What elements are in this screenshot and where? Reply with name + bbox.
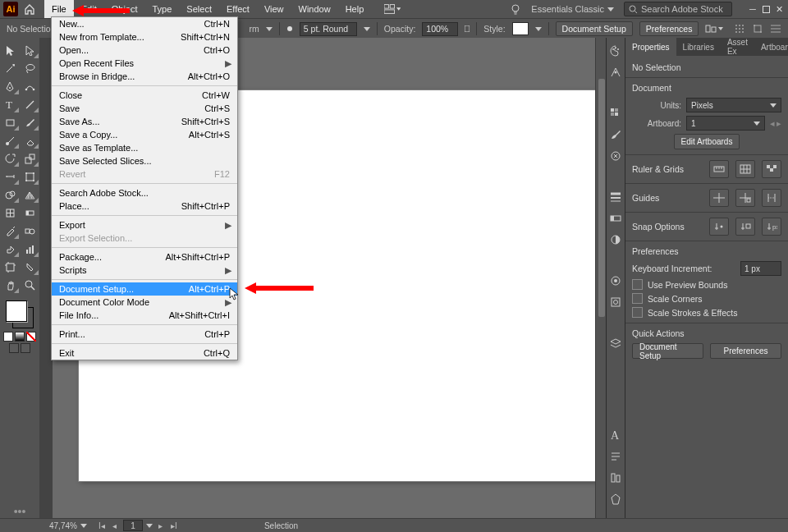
- tab-properties[interactable]: Properties: [625, 38, 676, 56]
- layers-panel-icon[interactable]: [609, 337, 622, 350]
- file-menu-item[interactable]: New...Ctrl+N: [52, 17, 237, 30]
- file-menu-item[interactable]: Document Color Mode▶: [52, 296, 237, 309]
- zoom-tool[interactable]: [20, 276, 39, 294]
- file-menu-item[interactable]: New from Template...Shift+Ctrl+N: [52, 30, 237, 44]
- file-menu-item[interactable]: Save As...Shift+Ctrl+S: [52, 115, 237, 128]
- nav-page-input[interactable]: 1: [123, 520, 143, 531]
- preview-bounds-checkbox[interactable]: [632, 279, 643, 290]
- home-icon[interactable]: [23, 2, 36, 16]
- pen-tool[interactable]: [0, 77, 20, 95]
- search-stock-input[interactable]: Search Adobe Stock: [624, 2, 732, 16]
- file-menu-item[interactable]: Export▶: [52, 218, 237, 232]
- grid-toggle[interactable]: [735, 160, 755, 178]
- symbol-sprayer-tool[interactable]: [0, 240, 20, 258]
- paintbrush-tool[interactable]: [20, 113, 39, 131]
- blend-tool[interactable]: [20, 222, 39, 240]
- status-mode[interactable]: Selection: [264, 521, 298, 530]
- transform-panel-icon[interactable]: [609, 493, 622, 506]
- file-menu-item[interactable]: Save Selected Slices...: [52, 154, 237, 167]
- maximize-button[interactable]: [760, 3, 772, 15]
- file-menu-item[interactable]: Document Setup...Alt+Ctrl+P: [52, 282, 237, 296]
- file-menu-item[interactable]: File Info...Alt+Shift+Ctrl+I: [52, 309, 237, 322]
- artboard-dropdown[interactable]: 1: [686, 116, 765, 131]
- bulb-icon[interactable]: [510, 3, 521, 15]
- snap-pixel-toggle[interactable]: px: [762, 218, 781, 236]
- gradient-tool[interactable]: [20, 204, 39, 222]
- file-menu-item[interactable]: Package...Alt+Shift+Ctrl+P: [52, 250, 237, 264]
- curvature-tool[interactable]: [20, 77, 39, 95]
- style-swatch[interactable]: [512, 22, 529, 35]
- snap-grid-toggle[interactable]: [735, 218, 755, 236]
- lasso-tool[interactable]: [20, 59, 39, 77]
- eraser-tool[interactable]: [20, 131, 39, 149]
- menu-help[interactable]: Help: [338, 0, 372, 18]
- arrange-icon[interactable]: [384, 4, 401, 14]
- menu-effect[interactable]: Effect: [219, 0, 257, 18]
- appearance-panel-icon[interactable]: [609, 274, 622, 287]
- paragraph-panel-icon[interactable]: [609, 450, 622, 463]
- zoom-level[interactable]: 47,74%: [49, 521, 87, 530]
- color-guide-icon[interactable]: [609, 66, 622, 79]
- list-icon[interactable]: [770, 23, 781, 34]
- brushes-panel-icon[interactable]: [609, 128, 622, 141]
- shaper-tool[interactable]: [0, 131, 20, 149]
- snap-point-toggle[interactable]: [709, 218, 729, 236]
- scale-tool[interactable]: [20, 149, 39, 167]
- column-graph-tool[interactable]: [20, 240, 39, 258]
- ruler-toggle[interactable]: [709, 160, 729, 178]
- width-tool[interactable]: [0, 167, 20, 186]
- opacity-input[interactable]: 100%: [422, 22, 458, 36]
- file-menu-item[interactable]: SaveCtrl+S: [52, 102, 237, 115]
- line-tool[interactable]: [20, 95, 39, 113]
- stroke-panel-icon[interactable]: [609, 190, 622, 204]
- keyboard-increment-input[interactable]: 1 px: [740, 261, 781, 276]
- file-menu-item[interactable]: Open Recent Files▶: [52, 57, 237, 70]
- gradient-panel-icon[interactable]: [609, 212, 622, 225]
- shape-builder-tool[interactable]: [0, 186, 20, 204]
- preferences-button[interactable]: Preferences: [639, 21, 699, 36]
- fill-stroke-swatch[interactable]: [4, 299, 35, 330]
- close-button[interactable]: ✕: [773, 3, 785, 15]
- units-dropdown[interactable]: Pixels: [686, 98, 781, 112]
- type-tool[interactable]: T: [0, 95, 20, 113]
- file-menu-item[interactable]: CloseCtrl+W: [52, 89, 237, 102]
- nav-first[interactable]: I◂: [97, 521, 107, 530]
- qa-preferences-button[interactable]: Preferences: [710, 343, 781, 359]
- tab-artboards[interactable]: Artboar: [754, 38, 788, 56]
- file-menu-item[interactable]: Save as Template...: [52, 141, 237, 154]
- menu-file[interactable]: File: [44, 0, 74, 18]
- align-panel-icon[interactable]: [609, 471, 622, 484]
- menu-view[interactable]: View: [257, 0, 291, 18]
- file-menu-item[interactable]: Browse in Bridge...Alt+Ctrl+O: [52, 70, 237, 83]
- smart-guides-toggle[interactable]: [762, 189, 781, 207]
- mesh-tool[interactable]: [0, 204, 20, 222]
- slice-tool[interactable]: [20, 258, 39, 276]
- nav-next[interactable]: ▸: [156, 521, 166, 530]
- file-menu-item[interactable]: Search Adobe Stock...: [52, 186, 237, 200]
- magic-wand-tool[interactable]: [0, 59, 20, 77]
- rectangle-tool[interactable]: [0, 113, 20, 131]
- minimize-button[interactable]: ─: [747, 3, 758, 15]
- artboard-tool[interactable]: [0, 258, 20, 276]
- direct-selection-tool[interactable]: [20, 41, 39, 59]
- hand-tool[interactable]: [0, 276, 20, 294]
- symbols-panel-icon[interactable]: [609, 149, 622, 163]
- workspace-switcher[interactable]: Essentials Classic: [531, 4, 614, 14]
- menu-select[interactable]: Select: [179, 0, 219, 18]
- perspective-grid-tool[interactable]: [20, 186, 39, 204]
- nav-prev[interactable]: ◂: [110, 521, 120, 530]
- tab-libraries[interactable]: Libraries: [676, 38, 721, 56]
- file-menu-item[interactable]: Print...Ctrl+P: [52, 328, 237, 341]
- color-mode-row[interactable]: [3, 332, 36, 342]
- file-menu-item[interactable]: ExitCtrl+Q: [52, 346, 237, 360]
- free-transform-tool[interactable]: [20, 167, 39, 186]
- nav-last[interactable]: ▸I: [169, 521, 179, 530]
- tab-asset-export[interactable]: Asset Ex: [721, 38, 754, 56]
- document-setup-button[interactable]: Document Setup: [556, 21, 633, 36]
- screen-mode-row[interactable]: [9, 343, 30, 353]
- qa-document-setup-button[interactable]: Document Setup: [632, 343, 703, 359]
- file-menu-item[interactable]: Scripts▶: [52, 264, 237, 277]
- selection-tool[interactable]: [0, 41, 20, 59]
- character-panel-icon[interactable]: A: [609, 429, 622, 442]
- grid-icon[interactable]: [734, 23, 745, 34]
